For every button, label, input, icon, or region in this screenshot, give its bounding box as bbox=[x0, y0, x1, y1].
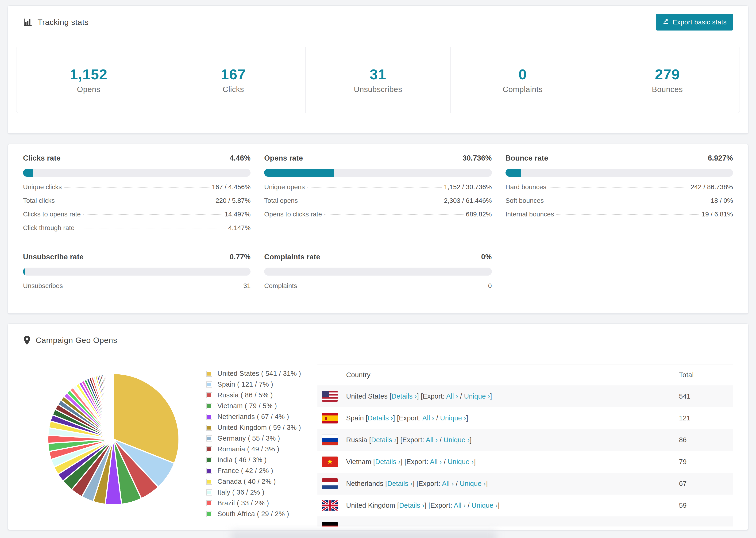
rate-detail-value: 1,152 / 30.736% bbox=[444, 183, 492, 191]
legend-swatch bbox=[206, 500, 212, 506]
export-unique-link[interactable]: Unique › bbox=[448, 458, 474, 465]
flag-de-icon bbox=[322, 522, 338, 527]
stat-label: Clicks bbox=[223, 85, 244, 94]
rate-detail-label: Opens to clicks rate bbox=[264, 211, 322, 218]
campaign-geo-opens-card: Campaign Geo Opens United States ( 541 /… bbox=[8, 323, 748, 530]
details-link[interactable]: Details › bbox=[371, 436, 397, 444]
export-all-link[interactable]: All › bbox=[446, 393, 458, 400]
tracking-stats-title: Tracking stats bbox=[23, 17, 88, 27]
dotted-leader bbox=[83, 214, 222, 215]
legend-item: Italy ( 36 / 2% ) bbox=[206, 488, 301, 496]
export-basic-stats-button[interactable]: Export basic stats bbox=[656, 14, 733, 30]
stat-value: 167 bbox=[221, 66, 246, 82]
legend-item: South Africa ( 29 / 2% ) bbox=[206, 510, 301, 518]
rate-detail-row: Click through rate4.147% bbox=[23, 224, 250, 238]
rate-detail-label: Complaints bbox=[264, 282, 297, 290]
stat-label: Unsubscribes bbox=[354, 85, 402, 94]
export-all-link[interactable]: All › bbox=[430, 458, 442, 465]
details-link[interactable]: Details › bbox=[368, 414, 393, 422]
dotted-leader bbox=[549, 187, 688, 188]
country-cell: United States [Details ›] [Export: All ›… bbox=[346, 385, 679, 407]
legend-item: France ( 42 / 2% ) bbox=[206, 467, 301, 475]
legend-label: Canada ( 40 / 2% ) bbox=[217, 478, 276, 485]
rate-detail-row: Unique opens1,152 / 30.736% bbox=[264, 183, 492, 197]
progress-fill bbox=[23, 268, 25, 276]
legend-item: Netherlands ( 67 / 4% ) bbox=[206, 413, 301, 421]
rate-detail-value: 19 / 6.81% bbox=[702, 211, 733, 218]
legend-label: Vietnam ( 79 / 5% ) bbox=[217, 402, 277, 410]
country-cell: Spain [Details ›] [Export: All › / Uniqu… bbox=[346, 407, 679, 429]
stat-box-complaints: 0Complaints bbox=[450, 47, 595, 113]
details-link[interactable]: Details › bbox=[387, 480, 412, 487]
rate-head: Bounce rate6.927% bbox=[506, 154, 733, 162]
export-all-link[interactable]: All › bbox=[422, 414, 434, 422]
rate-value: 0.77% bbox=[230, 253, 250, 261]
legend-label: United States ( 541 / 31% ) bbox=[217, 370, 301, 377]
export-unique-link[interactable]: Unique › bbox=[464, 393, 490, 400]
dotted-leader bbox=[557, 214, 699, 215]
flag-vn-icon: ★ bbox=[322, 457, 338, 467]
rate-detail-value: 242 / 86.738% bbox=[690, 183, 733, 191]
geo-table-wrap: Country Total United States [Details ›] … bbox=[317, 364, 733, 526]
geo-body: United States ( 541 / 31% )Spain ( 121 /… bbox=[8, 357, 748, 526]
export-unique-link[interactable]: Unique › bbox=[440, 414, 466, 422]
rate-detail-row: Internal bounces19 / 6.81% bbox=[506, 211, 733, 224]
rate-detail-label: Internal bounces bbox=[506, 211, 554, 218]
export-unique-link[interactable]: Unique › bbox=[444, 436, 469, 444]
legend-item: Russia ( 86 / 5% ) bbox=[206, 391, 301, 399]
rate-title: Unsubscribe rate bbox=[23, 253, 83, 261]
country-cell: Netherlands [Details ›] [Export: All › /… bbox=[346, 473, 679, 495]
geo-table-row-netherlands: Netherlands [Details ›] [Export: All › /… bbox=[317, 473, 733, 495]
progress-bar bbox=[264, 169, 492, 177]
country-cell: Vietnam [Details ›] [Export: All › / Uni… bbox=[346, 451, 679, 473]
rate-section-bounce-rate: Bounce rate6.927%Hard bounces242 / 86.73… bbox=[506, 154, 733, 238]
rate-detail-value: 220 / 5.87% bbox=[216, 197, 250, 204]
geo-table: Country Total United States [Details ›] … bbox=[317, 364, 733, 526]
geo-table-row-united-states: United States [Details ›] [Export: All ›… bbox=[317, 385, 733, 407]
progress-fill bbox=[264, 169, 334, 177]
stats-row: 1,152Opens167Clicks31Unsubscribes0Compla… bbox=[16, 47, 740, 113]
rate-detail-label: Total opens bbox=[264, 197, 298, 204]
details-link[interactable]: Details › bbox=[392, 393, 417, 400]
rate-detail-label: Hard bounces bbox=[506, 183, 546, 191]
rate-detail-row: Unsubscribes31 bbox=[23, 282, 250, 296]
export-unique-link[interactable]: Unique › bbox=[460, 480, 486, 487]
geo-table-row-vietnam: ★Vietnam [Details ›] [Export: All › / Un… bbox=[317, 451, 733, 473]
progress-bar bbox=[23, 268, 250, 276]
rate-detail-row: Complaints0 bbox=[264, 282, 492, 296]
stat-label: Complaints bbox=[503, 85, 543, 94]
rate-head: Unsubscribe rate0.77% bbox=[23, 253, 250, 261]
geo-title: Campaign Geo Opens bbox=[36, 336, 117, 345]
country-name: Netherlands [ bbox=[346, 480, 387, 487]
rate-detail-row: Unique clicks167 / 4.456% bbox=[23, 183, 250, 197]
country-cell: United Kingdom [Details ›] [Export: All … bbox=[346, 495, 679, 516]
legend-label: Spain ( 121 / 7% ) bbox=[217, 381, 273, 388]
rate-detail-value: 167 / 4.456% bbox=[212, 183, 250, 191]
legend-swatch bbox=[206, 403, 212, 409]
rates-card: Clicks rate4.46%Unique clicks167 / 4.456… bbox=[8, 144, 748, 314]
legend-item: India ( 46 / 3% ) bbox=[206, 456, 301, 464]
stat-value: 0 bbox=[518, 66, 527, 82]
geo-header: Campaign Geo Opens bbox=[8, 324, 748, 357]
stats-wrap: 1,152Opens167Clicks31Unsubscribes0Compla… bbox=[8, 39, 748, 113]
details-link[interactable]: Details › bbox=[399, 502, 424, 509]
geo-legend: United States ( 541 / 31% )Spain ( 121 /… bbox=[206, 370, 301, 521]
export-all-link[interactable]: All › bbox=[454, 502, 466, 509]
export-unique-link[interactable]: Unique › bbox=[472, 502, 498, 509]
legend-item: Vietnam ( 79 / 5% ) bbox=[206, 402, 301, 410]
legend-item: Brazil ( 33 / 2% ) bbox=[206, 499, 301, 507]
legend-item: Germany ( 55 / 3% ) bbox=[206, 435, 301, 442]
flag-ru-icon bbox=[322, 435, 338, 445]
export-all-link[interactable]: All › bbox=[442, 480, 454, 487]
rate-detail-value: 0 bbox=[488, 282, 492, 290]
export-all-link[interactable]: All › bbox=[426, 436, 438, 444]
details-link[interactable]: Details › bbox=[375, 458, 401, 465]
dotted-leader bbox=[307, 187, 442, 188]
export-icon bbox=[662, 18, 669, 27]
country-cell bbox=[346, 516, 679, 527]
rate-detail-row: Soft bounces18 / 0% bbox=[506, 197, 733, 211]
tracking-stats-header: Tracking stats Export basic stats bbox=[8, 6, 748, 39]
total-cell bbox=[679, 516, 733, 527]
stat-box-bounces: 279Bounces bbox=[595, 47, 739, 113]
rate-value: 6.927% bbox=[708, 154, 733, 162]
